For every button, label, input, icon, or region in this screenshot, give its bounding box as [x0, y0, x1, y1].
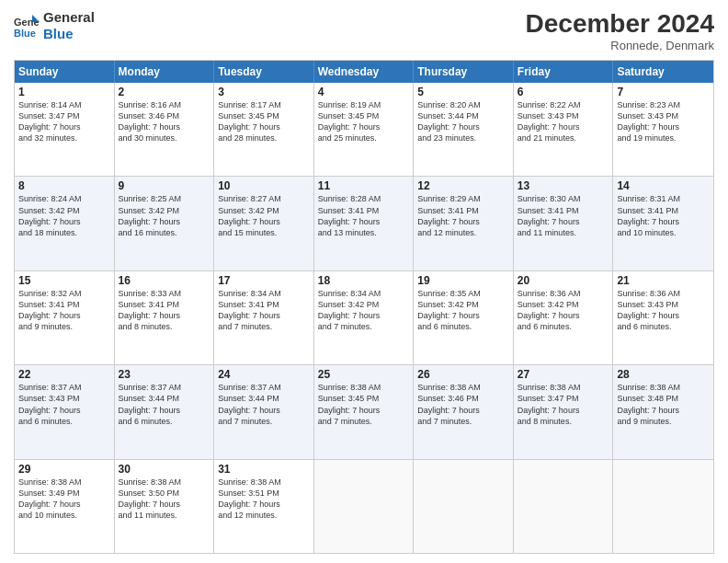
svg-text:Blue: Blue [14, 28, 36, 39]
day-number: 30 [119, 463, 210, 476]
empty-cell [613, 460, 713, 553]
day-cell-12: 12Sunrise: 8:29 AM Sunset: 3:41 PM Dayli… [414, 177, 514, 270]
day-info: Sunrise: 8:25 AM Sunset: 3:42 PM Dayligh… [119, 193, 210, 238]
month-title: December 2024 [526, 9, 714, 39]
day-cell-16: 16Sunrise: 8:33 AM Sunset: 3:41 PM Dayli… [115, 271, 215, 364]
day-number: 16 [119, 274, 210, 287]
day-cell-18: 18Sunrise: 8:34 AM Sunset: 3:42 PM Dayli… [314, 271, 415, 364]
day-cell-4: 4Sunrise: 8:19 AM Sunset: 3:45 PM Daylig… [314, 83, 415, 176]
day-cell-26: 26Sunrise: 8:38 AM Sunset: 3:46 PM Dayli… [414, 365, 514, 458]
day-info: Sunrise: 8:23 AM Sunset: 3:43 PM Dayligh… [617, 99, 710, 144]
day-info: Sunrise: 8:36 AM Sunset: 3:43 PM Dayligh… [617, 288, 710, 333]
calendar-row-2: 8Sunrise: 8:24 AM Sunset: 3:42 PM Daylig… [15, 176, 713, 270]
day-number: 7 [617, 86, 710, 98]
day-number: 28 [617, 368, 710, 381]
calendar-row-1: 1Sunrise: 8:14 AM Sunset: 3:47 PM Daylig… [15, 83, 713, 176]
calendar-row-3: 15Sunrise: 8:32 AM Sunset: 3:41 PM Dayli… [15, 270, 713, 364]
day-number: 3 [218, 86, 310, 98]
day-number: 31 [218, 463, 310, 476]
day-cell-13: 13Sunrise: 8:30 AM Sunset: 3:41 PM Dayli… [514, 177, 614, 270]
day-info: Sunrise: 8:38 AM Sunset: 3:46 PM Dayligh… [417, 382, 509, 427]
day-info: Sunrise: 8:24 AM Sunset: 3:42 PM Dayligh… [18, 193, 110, 238]
day-number: 26 [417, 368, 509, 381]
day-cell-27: 27Sunrise: 8:38 AM Sunset: 3:47 PM Dayli… [514, 365, 614, 458]
day-info: Sunrise: 8:17 AM Sunset: 3:45 PM Dayligh… [218, 99, 310, 144]
empty-cell [414, 460, 514, 553]
day-info: Sunrise: 8:29 AM Sunset: 3:41 PM Dayligh… [417, 193, 509, 238]
header-cell-monday: Monday [115, 61, 215, 83]
header-cell-saturday: Saturday [613, 61, 713, 83]
day-info: Sunrise: 8:37 AM Sunset: 3:43 PM Dayligh… [18, 382, 110, 427]
day-cell-3: 3Sunrise: 8:17 AM Sunset: 3:45 PM Daylig… [214, 83, 314, 176]
day-number: 17 [218, 274, 310, 287]
day-number: 25 [318, 368, 410, 381]
day-info: Sunrise: 8:37 AM Sunset: 3:44 PM Dayligh… [119, 382, 210, 427]
day-cell-23: 23Sunrise: 8:37 AM Sunset: 3:44 PM Dayli… [115, 365, 215, 458]
day-number: 29 [18, 463, 110, 476]
day-info: Sunrise: 8:38 AM Sunset: 3:48 PM Dayligh… [617, 382, 710, 427]
day-info: Sunrise: 8:31 AM Sunset: 3:41 PM Dayligh… [617, 193, 710, 238]
day-info: Sunrise: 8:27 AM Sunset: 3:42 PM Dayligh… [218, 193, 310, 238]
day-info: Sunrise: 8:36 AM Sunset: 3:42 PM Dayligh… [518, 288, 609, 333]
day-number: 19 [417, 274, 509, 287]
logo-general: General [43, 9, 95, 26]
day-number: 1 [18, 86, 110, 98]
day-info: Sunrise: 8:34 AM Sunset: 3:42 PM Dayligh… [318, 288, 410, 333]
day-info: Sunrise: 8:14 AM Sunset: 3:47 PM Dayligh… [18, 99, 110, 144]
day-cell-25: 25Sunrise: 8:38 AM Sunset: 3:45 PM Dayli… [314, 365, 415, 458]
day-cell-15: 15Sunrise: 8:32 AM Sunset: 3:41 PM Dayli… [15, 271, 115, 364]
day-info: Sunrise: 8:38 AM Sunset: 3:49 PM Dayligh… [18, 477, 110, 522]
page-header: General Blue General Blue December 2024 … [14, 9, 714, 52]
day-info: Sunrise: 8:30 AM Sunset: 3:41 PM Dayligh… [518, 193, 609, 238]
day-number: 11 [318, 179, 410, 192]
day-number: 10 [218, 179, 310, 192]
calendar-header: SundayMondayTuesdayWednesdayThursdayFrid… [15, 61, 713, 83]
day-cell-11: 11Sunrise: 8:28 AM Sunset: 3:41 PM Dayli… [314, 177, 415, 270]
empty-cell [514, 460, 614, 553]
day-cell-21: 21Sunrise: 8:36 AM Sunset: 3:43 PM Dayli… [613, 271, 713, 364]
day-number: 9 [119, 179, 210, 192]
day-number: 6 [518, 86, 609, 98]
title-block: December 2024 Ronnede, Denmark [526, 9, 714, 52]
day-info: Sunrise: 8:20 AM Sunset: 3:44 PM Dayligh… [417, 99, 509, 144]
day-number: 8 [18, 179, 110, 192]
logo-icon: General Blue [14, 13, 40, 39]
day-number: 2 [119, 86, 210, 98]
day-info: Sunrise: 8:34 AM Sunset: 3:41 PM Dayligh… [218, 288, 310, 333]
day-cell-1: 1Sunrise: 8:14 AM Sunset: 3:47 PM Daylig… [15, 83, 115, 176]
day-info: Sunrise: 8:19 AM Sunset: 3:45 PM Dayligh… [318, 99, 410, 144]
header-cell-friday: Friday [514, 61, 614, 83]
day-number: 22 [18, 368, 110, 381]
day-number: 27 [518, 368, 609, 381]
day-cell-9: 9Sunrise: 8:25 AM Sunset: 3:42 PM Daylig… [115, 177, 215, 270]
day-info: Sunrise: 8:37 AM Sunset: 3:44 PM Dayligh… [218, 382, 310, 427]
day-cell-29: 29Sunrise: 8:38 AM Sunset: 3:49 PM Dayli… [15, 460, 115, 553]
day-cell-7: 7Sunrise: 8:23 AM Sunset: 3:43 PM Daylig… [613, 83, 713, 176]
day-info: Sunrise: 8:38 AM Sunset: 3:45 PM Dayligh… [318, 382, 410, 427]
day-cell-30: 30Sunrise: 8:38 AM Sunset: 3:50 PM Dayli… [115, 460, 215, 553]
day-number: 24 [218, 368, 310, 381]
day-number: 21 [617, 274, 710, 287]
logo: General Blue General Blue [14, 9, 95, 42]
header-cell-thursday: Thursday [414, 61, 514, 83]
day-cell-24: 24Sunrise: 8:37 AM Sunset: 3:44 PM Dayli… [214, 365, 314, 458]
header-cell-sunday: Sunday [15, 61, 115, 83]
day-cell-20: 20Sunrise: 8:36 AM Sunset: 3:42 PM Dayli… [514, 271, 614, 364]
calendar: SundayMondayTuesdayWednesdayThursdayFrid… [14, 60, 714, 554]
header-cell-wednesday: Wednesday [314, 61, 415, 83]
day-info: Sunrise: 8:38 AM Sunset: 3:51 PM Dayligh… [218, 477, 310, 522]
day-cell-8: 8Sunrise: 8:24 AM Sunset: 3:42 PM Daylig… [15, 177, 115, 270]
day-number: 4 [318, 86, 410, 98]
header-cell-tuesday: Tuesday [214, 61, 314, 83]
day-cell-2: 2Sunrise: 8:16 AM Sunset: 3:46 PM Daylig… [115, 83, 215, 176]
calendar-body: 1Sunrise: 8:14 AM Sunset: 3:47 PM Daylig… [15, 83, 713, 553]
day-number: 15 [18, 274, 110, 287]
day-cell-6: 6Sunrise: 8:22 AM Sunset: 3:43 PM Daylig… [514, 83, 614, 176]
day-cell-19: 19Sunrise: 8:35 AM Sunset: 3:42 PM Dayli… [414, 271, 514, 364]
day-info: Sunrise: 8:33 AM Sunset: 3:41 PM Dayligh… [119, 288, 210, 333]
day-number: 18 [318, 274, 410, 287]
calendar-row-4: 22Sunrise: 8:37 AM Sunset: 3:43 PM Dayli… [15, 364, 713, 458]
day-number: 12 [417, 179, 509, 192]
day-cell-28: 28Sunrise: 8:38 AM Sunset: 3:48 PM Dayli… [613, 365, 713, 458]
day-number: 23 [119, 368, 210, 381]
